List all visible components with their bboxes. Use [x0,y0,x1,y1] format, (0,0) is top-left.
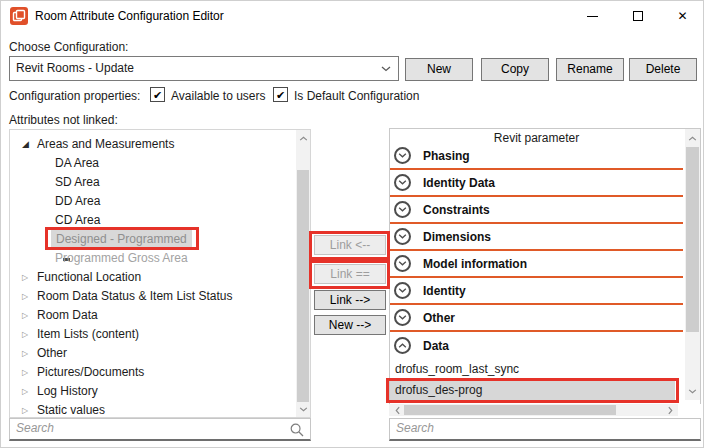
tree-item-room-data-status[interactable]: ▷Room Data Status & Item List Status [10,287,290,306]
revit-search-input[interactable] [390,419,700,439]
revit-vertical-scrollbar[interactable] [685,129,700,400]
tree-item-pictures-documents[interactable]: ▷Pictures/Documents [10,363,290,382]
tree-item-log-history[interactable]: ▷Log History [10,382,290,401]
new-button[interactable]: New [405,58,473,81]
group-dimensions[interactable]: Dimensions [390,224,683,251]
expander-collapsed-icon[interactable]: ▷ [22,325,34,344]
expander-collapsed-icon[interactable]: ▷ [22,363,34,382]
check-icon: ✔ [153,89,162,101]
revit-hscrollbar-thumb[interactable] [404,405,616,415]
expander-collapsed-icon[interactable]: ▷ [22,401,34,418]
group-other[interactable]: Other [390,305,683,332]
expander-collapsed-icon[interactable]: ▷ [22,344,34,363]
maximize-icon [633,11,643,21]
link-right-button[interactable]: Link --> [314,290,386,310]
expand-circle-chevron-down-icon[interactable] [394,255,411,272]
scroll-up-icon[interactable] [296,132,310,144]
window-title: Room Attribute Configuration Editor [35,9,224,23]
tree-item-designed-programmed[interactable]: Designed - Programmed [10,230,290,249]
scroll-right-icon[interactable] [664,404,676,416]
tree-scrollbar-thumb[interactable] [297,170,309,402]
minimize-button[interactable] [570,1,615,31]
expander-collapsed-icon[interactable]: ▷ [22,268,34,287]
tree-item-da-area[interactable]: DA Area [10,154,290,173]
configuration-selected-value: Revit Rooms - Update [16,61,134,75]
expand-circle-chevron-down-icon[interactable] [394,228,411,245]
group-data[interactable]: Data [390,332,683,359]
selected-tree-item-label: Designed - Programmed [51,230,192,249]
expander-collapsed-icon[interactable]: ▷ [22,287,34,306]
collapse-circle-chevron-up-icon[interactable] [394,337,411,354]
parameter-drofus-room-last-sync[interactable]: drofus_room_last_sync [395,359,519,380]
minimize-icon [587,16,598,17]
attribute-search-input[interactable] [10,419,310,439]
tree-item-sd-area[interactable]: SD Area [10,173,290,192]
link-left-button[interactable]: Link <-- [314,235,386,255]
group-identity-data[interactable]: Identity Data [390,170,683,197]
attributes-not-linked-label: Attributes not linked: [9,113,118,127]
tree-item-other[interactable]: ▷Other [10,344,290,363]
link-equals-button[interactable]: Link == [314,264,386,284]
expand-circle-chevron-down-icon[interactable] [394,174,411,191]
drofus-app-icon [10,7,28,25]
expand-circle-chevron-down-icon[interactable] [394,309,411,326]
expander-expanded-icon[interactable]: ◢ [22,135,34,154]
expand-circle-chevron-down-icon[interactable] [394,282,411,299]
configuration-properties-label: Configuration properties: [9,89,140,103]
tree-item-static-values[interactable]: ▷Static values [10,401,290,418]
parameter-drofus-des-prog[interactable]: drofus_des-prog [390,381,675,400]
is-default-configuration-label: Is Default Configuration [294,89,419,103]
tree-item-areas-and-measurements[interactable]: ◢Areas and Measurements [10,135,290,154]
tree-item-functional-location[interactable]: ▷Functional Location [10,268,290,287]
scroll-up-icon[interactable] [685,132,700,144]
chevron-down-icon [381,66,391,72]
copy-button[interactable]: Copy [481,58,549,81]
delete-button[interactable]: Delete [629,58,697,81]
scroll-down-icon[interactable] [296,403,310,415]
tree-item-programmed-gross-area[interactable]: Programmed Gross Area [10,249,290,268]
room-attribute-configuration-editor-window: Room Attribute Configuration Editor ✕ Ch… [0,0,704,448]
attribute-tree: ◢Areas and Measurements DA Area SD Area … [9,129,311,418]
scroll-down-icon[interactable] [685,385,700,397]
available-to-users-checkbox[interactable]: ✔ [150,87,165,102]
maximize-button[interactable] [615,1,660,31]
title-bar: Room Attribute Configuration Editor ✕ [1,1,704,31]
tree-vertical-scrollbar[interactable] [296,130,310,417]
choose-configuration-label: Choose Configuration: [9,40,128,54]
revit-horizontal-scrollbar[interactable] [389,404,678,416]
close-icon: ✕ [677,10,687,22]
group-model-information[interactable]: Model information [390,251,683,278]
tree-item-item-lists-content[interactable]: ▷Item Lists (content) [10,325,290,344]
expand-circle-chevron-down-icon[interactable] [394,201,411,218]
group-identity[interactable]: Identity [390,278,683,305]
close-button[interactable]: ✕ [660,1,704,31]
revit-search-box [389,418,701,441]
search-icon [290,423,304,437]
tree-item-cd-area[interactable]: CD Area [10,211,290,230]
attribute-search-box [9,418,311,441]
new-right-button[interactable]: New --> [314,315,386,335]
is-default-configuration-checkbox[interactable]: ✔ [273,87,288,102]
scroll-left-icon[interactable] [391,404,403,416]
revit-scrollbar-thumb[interactable] [686,147,699,332]
group-phasing[interactable]: Phasing [390,143,683,170]
tree-item-dd-area[interactable]: DD Area [10,192,290,211]
rename-button[interactable]: Rename [556,58,624,81]
configuration-select[interactable]: Revit Rooms - Update [9,56,399,81]
check-icon: ✔ [276,89,285,101]
expander-collapsed-icon[interactable]: ▷ [22,306,34,325]
group-constraints[interactable]: Constraints [390,197,683,224]
expander-collapsed-icon[interactable]: ▷ [22,382,34,401]
expand-circle-chevron-down-icon[interactable] [394,147,411,164]
tree-item-room-data[interactable]: ▷Room Data [10,306,290,325]
available-to-users-label: Available to users [171,89,266,103]
